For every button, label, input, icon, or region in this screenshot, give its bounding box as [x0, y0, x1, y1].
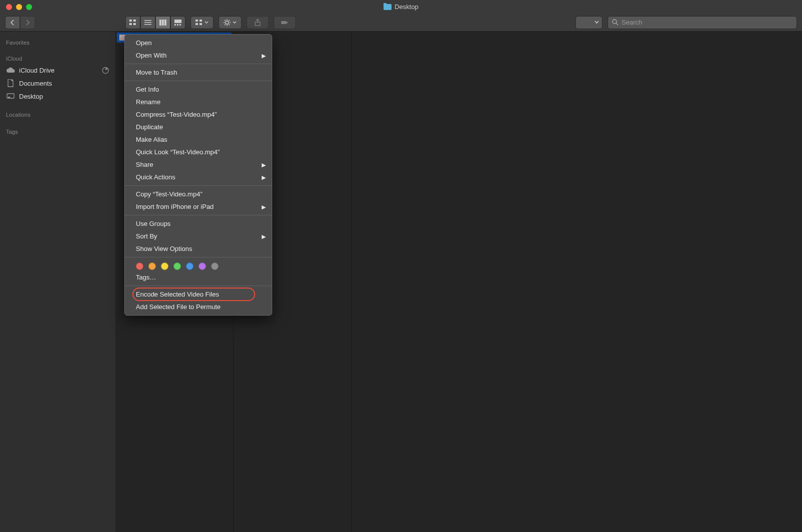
back-button[interactable] — [5, 16, 20, 29]
gallery-icon — [174, 20, 181, 26]
context-menu-item[interactable]: Share▶ — [125, 158, 272, 171]
context-menu-item[interactable]: Show View Options — [125, 242, 272, 255]
context-menu-item[interactable]: Quick Look “Test-Video.mp4” — [125, 146, 272, 158]
tag-color-swatch[interactable] — [148, 262, 156, 270]
menu-separator — [125, 215, 272, 215]
context-menu-item[interactable]: Import from iPhone or iPad▶ — [125, 200, 272, 213]
context-menu-item-tags[interactable]: Tags… — [125, 271, 272, 284]
tag-color-swatch[interactable] — [186, 262, 193, 270]
sort-dropdown[interactable] — [575, 16, 603, 29]
menu-separator — [125, 81, 272, 81]
list-icon — [144, 20, 151, 26]
menu-separator — [125, 185, 272, 186]
grid-icon — [129, 20, 136, 26]
window-controls — [0, 4, 32, 10]
svg-rect-2 — [129, 23, 132, 25]
chevron-down-icon — [205, 21, 209, 24]
context-menu-item[interactable]: Open With▶ — [125, 49, 272, 62]
svg-rect-12 — [177, 24, 178, 26]
desktop-icon — [6, 92, 15, 101]
context-menu-item[interactable]: Make Alias — [125, 133, 272, 146]
tag-color-swatch[interactable] — [161, 262, 168, 270]
chevron-down-icon — [594, 21, 599, 24]
context-menu-item[interactable]: Encode Selected Video Files — [125, 288, 272, 301]
menu-separator — [125, 257, 272, 257]
svg-rect-6 — [144, 24, 151, 25]
minimize-window-button[interactable] — [16, 4, 22, 10]
column-view-button[interactable] — [155, 16, 170, 29]
context-menu-item[interactable]: Get Info — [125, 83, 272, 96]
gear-icon — [224, 19, 231, 26]
svg-rect-15 — [199, 20, 202, 22]
context-menu-item[interactable]: Rename — [125, 96, 272, 108]
grid-arrange-icon — [195, 20, 203, 26]
main-area: Favorites iCloud iCloud Drive Documents … — [0, 32, 802, 532]
svg-rect-3 — [133, 23, 136, 25]
sidebar-item-documents[interactable]: Documents — [0, 77, 115, 90]
cloud-icon — [6, 66, 15, 75]
svg-rect-9 — [164, 20, 166, 26]
tag-color-row — [125, 259, 272, 271]
context-menu: OpenOpen With▶Move to TrashGet InfoRenam… — [124, 34, 272, 316]
forward-button[interactable] — [20, 16, 35, 29]
tag-color-swatch[interactable] — [136, 262, 143, 270]
tag-icon — [281, 20, 289, 26]
context-menu-item[interactable]: Use Groups — [125, 217, 272, 230]
context-menu-item[interactable]: Quick Actions▶ — [125, 171, 272, 183]
context-menu-item[interactable]: Copy “Test-Video.mp4” — [125, 188, 272, 200]
edit-tags-button[interactable] — [274, 16, 296, 29]
context-menu-item[interactable]: Duplicate — [125, 121, 272, 133]
sidebar-item-label: iCloud Drive — [19, 67, 55, 74]
context-menu-item[interactable]: Add Selected File to Permute — [125, 301, 272, 313]
svg-rect-32 — [8, 97, 10, 98]
list-view-button[interactable] — [140, 16, 155, 29]
sidebar-section-favorites: Favorites — [0, 37, 115, 48]
tag-color-swatch[interactable] — [211, 262, 219, 270]
context-menu-item[interactable]: Compress “Test-Video.mp4” — [125, 108, 272, 121]
columns-icon — [159, 20, 166, 26]
context-menu-item[interactable]: Move to Trash — [125, 66, 272, 79]
search-icon — [612, 19, 619, 26]
context-menu-item[interactable]: Open — [125, 37, 272, 49]
sync-progress-icon — [102, 67, 109, 74]
menu-separator — [125, 286, 272, 286]
view-mode-group — [125, 16, 185, 29]
folder-icon — [383, 4, 391, 10]
svg-line-23 — [225, 20, 226, 21]
share-button[interactable] — [247, 16, 269, 29]
titlebar: Desktop — [0, 0, 802, 14]
submenu-arrow-icon: ▶ — [262, 232, 266, 241]
zoom-window-button[interactable] — [26, 4, 32, 10]
action-button[interactable] — [219, 16, 242, 29]
svg-rect-8 — [162, 20, 164, 26]
svg-rect-13 — [179, 24, 181, 26]
svg-rect-7 — [159, 20, 161, 26]
svg-rect-4 — [144, 20, 151, 21]
svg-line-29 — [616, 23, 618, 25]
svg-line-26 — [229, 20, 230, 21]
close-window-button[interactable] — [6, 4, 12, 10]
sidebar-item-icloud-drive[interactable]: iCloud Drive — [0, 64, 115, 77]
chevron-down-icon — [233, 21, 237, 24]
gallery-view-button[interactable] — [170, 16, 185, 29]
sidebar-section-icloud: iCloud — [0, 53, 115, 64]
share-icon — [255, 19, 261, 26]
svg-point-28 — [613, 20, 617, 24]
tag-color-swatch[interactable] — [198, 262, 206, 270]
svg-line-25 — [225, 24, 226, 25]
search-placeholder: Search — [622, 19, 642, 26]
sidebar-item-label: Documents — [19, 80, 52, 87]
search-input[interactable]: Search — [608, 16, 797, 29]
svg-rect-0 — [129, 20, 132, 22]
context-menu-item[interactable]: Sort By▶ — [125, 230, 272, 242]
submenu-arrow-icon: ▶ — [262, 160, 266, 170]
icon-view-button[interactable] — [125, 16, 140, 29]
sidebar-section-locations: Locations — [0, 109, 115, 120]
sidebar-item-desktop[interactable]: Desktop — [0, 90, 115, 103]
svg-rect-14 — [195, 20, 198, 22]
tag-color-swatch[interactable] — [173, 262, 181, 270]
svg-rect-1 — [133, 20, 136, 22]
svg-rect-17 — [199, 23, 202, 25]
arrange-button[interactable] — [190, 16, 214, 29]
svg-point-18 — [226, 21, 229, 24]
